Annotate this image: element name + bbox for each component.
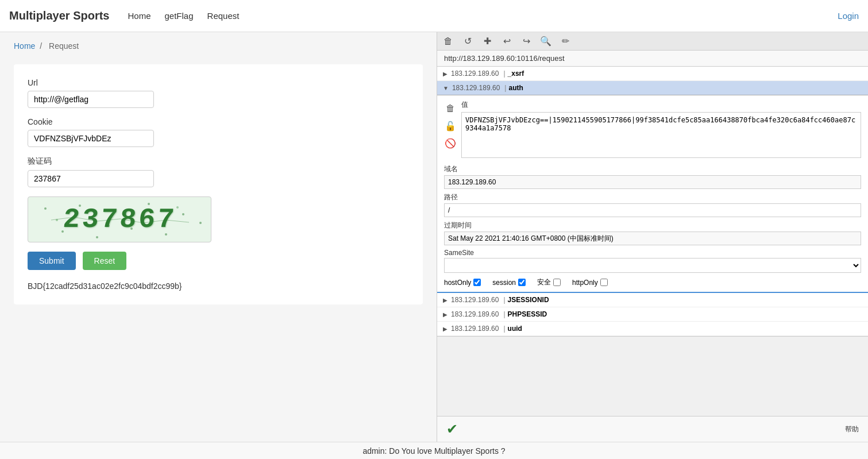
bottom-bar: admin: Do You love Multiplayer Sports ? (0, 442, 868, 459)
hostonly-label: hostOnly (444, 279, 471, 287)
navbar: Multiplayer Sports Home getFlag Request … (0, 0, 868, 32)
phpsessid-arrow: ▶ (443, 311, 447, 318)
httponly-item: httpOnly (572, 279, 608, 287)
nav-links: Home getFlag Request (128, 11, 239, 21)
cookie-row-jsessionid[interactable]: ▶ 183.129.189.60 | JSESSIONID (437, 293, 868, 307)
cookie-row-phpsessid[interactable]: ▶ 183.129.189.60 | PHPSESSID (437, 307, 868, 322)
block-icon[interactable]: 🚫 (444, 137, 457, 149)
cookie-editor-auth: 🗑 🔓 🚫 值 域名 路径 (437, 95, 868, 293)
session-label: session (492, 279, 516, 287)
svg-point-8 (182, 213, 184, 215)
captcha-label: 验证码 (28, 156, 409, 167)
hostonly-item: hostOnly (444, 279, 481, 287)
status-message: admin: Do You love Multiplayer Sports ? (362, 446, 505, 456)
jsessionid-name: JSESSIONID (508, 296, 549, 304)
plus-icon[interactable]: ✚ (481, 35, 493, 48)
devtools-footer: ✔ 帮助 (437, 416, 868, 442)
editor-icons: 🗑 🔓 🚫 (444, 100, 457, 149)
captcha-group: 验证码 (28, 156, 409, 187)
cookie-label: Cookie (28, 117, 409, 126)
nav-getflag[interactable]: getFlag (165, 11, 194, 21)
search-icon[interactable]: 🔍 (539, 35, 552, 48)
captcha-display-text: 237867 (61, 204, 178, 235)
cookie-row-xsrf[interactable]: ▶ 183.129.189.60 | _xsrf (437, 67, 868, 81)
breadcrumb-current: Request (49, 41, 79, 51)
phpsessid-host: 183.129.189.60 (451, 310, 499, 318)
cookies-list: ▶ 183.129.189.60 | _xsrf ▼ 183.129.189.6… (437, 67, 868, 337)
svg-point-9 (199, 222, 202, 224)
cookie-group: Cookie (28, 117, 409, 147)
form-section: Url Cookie 验证码 (14, 64, 423, 304)
reset-button[interactable]: Reset (83, 252, 127, 270)
breadcrumb: Home / Request (14, 41, 423, 51)
value-field-container: 值 (461, 100, 861, 160)
devtools-toolbar: 🗑 ↺ ✚ ↩ ↪ 🔍 ✏ (437, 32, 868, 51)
domain-label: 域名 (444, 164, 861, 174)
submit-button[interactable]: Submit (28, 252, 76, 270)
url-input[interactable] (28, 91, 154, 108)
nav-login[interactable]: Login (838, 11, 859, 21)
app-brand: Multiplayer Sports (9, 9, 109, 22)
devtools-url: http://183.129.189.60:10116/request (437, 51, 868, 67)
svg-point-0 (44, 207, 47, 210)
checkboxes-row: hostOnly session 安全 httpOnly (444, 277, 861, 287)
cookie-row-uuid[interactable]: ▶ 183.129.189.60 | uuid (437, 322, 868, 336)
xsrf-arrow: ▶ (443, 71, 447, 77)
breadcrumb-separator: / (40, 41, 42, 51)
xsrf-host: 183.129.189.60 (451, 70, 499, 78)
right-panel: 🗑 ↺ ✚ ↩ ↪ 🔍 ✏ http://183.129.189.60:1011… (437, 32, 868, 442)
secure-checkbox[interactable] (553, 279, 561, 286)
jsessionid-host: 183.129.189.60 (451, 296, 499, 304)
svg-point-3 (96, 236, 98, 238)
nav-request[interactable]: Request (207, 11, 240, 21)
cookie-value-textarea[interactable] (461, 112, 861, 158)
value-editor-row: 🗑 🔓 🚫 值 (444, 100, 861, 160)
check-icon[interactable]: ✔ (446, 421, 458, 437)
path-input[interactable] (444, 203, 861, 217)
breadcrumb-home[interactable]: Home (14, 41, 35, 51)
secure-label: 安全 (537, 277, 551, 287)
path-field-row: 路径 (444, 192, 861, 217)
arrow-right-icon[interactable]: ↪ (520, 35, 533, 48)
value-label: 值 (461, 100, 861, 110)
secure-item: 安全 (537, 277, 561, 287)
delete-icon[interactable]: 🗑 (444, 102, 457, 115)
httponly-label: httpOnly (572, 279, 598, 287)
url-group: Url (28, 78, 409, 108)
captcha-input[interactable] (28, 170, 154, 187)
lock-icon[interactable]: 🔓 (444, 119, 457, 132)
cookie-row-auth[interactable]: ▼ 183.129.189.60 | auth (437, 81, 868, 95)
url-label: Url (28, 78, 409, 87)
pen-icon[interactable]: ✏ (559, 35, 572, 48)
hostonly-checkbox[interactable] (473, 279, 481, 286)
expiry-field-row: 过期时间 (444, 221, 861, 245)
auth-name: auth (508, 84, 523, 92)
expiry-input[interactable] (444, 232, 861, 245)
captcha-image: 237867 (28, 196, 211, 242)
main-container: Home / Request Url Cookie 验证码 (0, 32, 868, 442)
path-label: 路径 (444, 192, 861, 202)
session-item: session (492, 279, 526, 287)
help-link[interactable]: 帮助 (845, 425, 859, 434)
phpsessid-name: PHPSESSID (508, 310, 547, 318)
button-row: Submit Reset (28, 252, 409, 270)
domain-input[interactable] (444, 175, 861, 189)
xsrf-name: _xsrf (508, 70, 524, 78)
httponly-checkbox[interactable] (600, 279, 608, 286)
uuid-host: 183.129.189.60 (451, 325, 499, 333)
domain-field-row: 域名 (444, 164, 861, 189)
uuid-arrow: ▶ (443, 326, 447, 332)
flag-output: BJD{12cadf25d31ac02e2fc9c04bdf2cc99b} (28, 281, 409, 291)
uuid-name: uuid (508, 325, 522, 333)
nav-home[interactable]: Home (128, 11, 151, 21)
jsessionid-arrow: ▶ (443, 297, 447, 303)
cookie-input[interactable] (28, 130, 154, 147)
trash-icon[interactable]: 🗑 (442, 35, 454, 48)
auth-arrow: ▼ (443, 85, 449, 91)
session-checkbox[interactable] (518, 279, 526, 286)
expiry-label: 过期时间 (444, 221, 861, 230)
samesite-select[interactable]: Lax Strict None (444, 258, 861, 273)
rotate-icon[interactable]: ↺ (461, 35, 474, 48)
samesite-label: SameSite (444, 249, 861, 257)
arrow-left-icon[interactable]: ↩ (500, 35, 513, 48)
